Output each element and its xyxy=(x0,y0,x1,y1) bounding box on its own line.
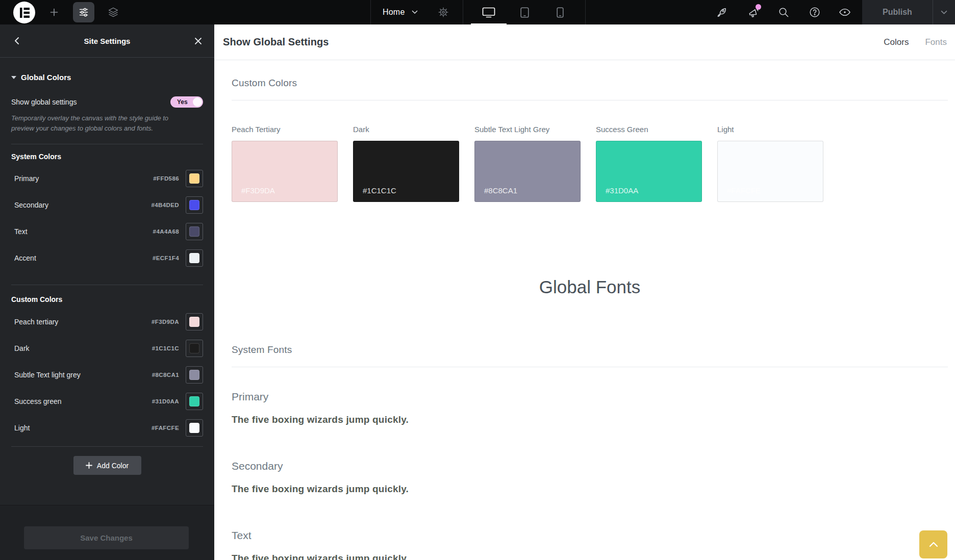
device-mobile-button[interactable] xyxy=(556,0,564,24)
color-name: Secondary xyxy=(14,201,48,209)
color-swatch-button[interactable] xyxy=(186,223,203,240)
color-card-hex: #F3D9DA xyxy=(241,186,275,195)
color-card-swatch: #8C8CA1 xyxy=(474,141,581,202)
color-swatch-button[interactable] xyxy=(186,313,203,330)
back-button[interactable] xyxy=(10,37,22,45)
gear-icon xyxy=(438,7,448,17)
chevron-down-icon xyxy=(412,10,418,14)
color-swatch-button[interactable] xyxy=(186,196,203,214)
device-desktop-button[interactable] xyxy=(482,0,496,24)
color-swatch-button[interactable] xyxy=(186,249,203,267)
color-card-label: Subtle Text Light Grey xyxy=(474,125,581,134)
global-colors-section-header[interactable]: Global Colors xyxy=(11,73,203,82)
toolbar-divider xyxy=(585,0,586,24)
publish-button[interactable]: Publish xyxy=(862,0,933,24)
top-toolbar: Home xyxy=(0,0,955,24)
chevron-up-icon xyxy=(929,542,938,547)
structure-button[interactable] xyxy=(105,0,122,24)
chevron-down-icon xyxy=(941,10,947,15)
style-guide-title: Show Global Settings xyxy=(223,36,329,48)
color-hex-value: #1C1C1C xyxy=(152,345,179,351)
color-swatch-button[interactable] xyxy=(186,170,203,187)
color-card-label: Success Green xyxy=(596,125,702,134)
page-settings-button[interactable] xyxy=(437,0,450,24)
color-row: Dark #1C1C1C xyxy=(11,335,203,362)
elementor-logo[interactable] xyxy=(13,2,35,23)
whats-new-button[interactable] xyxy=(746,0,760,24)
rocket-icon xyxy=(716,7,727,18)
search-icon xyxy=(778,7,789,18)
font-sample-text: The five boxing wizards jump quickly. xyxy=(232,553,948,560)
color-name: Accent xyxy=(14,254,36,262)
color-chip xyxy=(189,370,199,380)
launchpad-button[interactable] xyxy=(716,0,728,24)
system-colors-list: Primary #FFD586 Secondary #4B4DED xyxy=(11,165,203,271)
toggle-value: Yes xyxy=(177,98,188,106)
color-card-label: Peach Tertiary xyxy=(232,125,338,134)
plus-icon xyxy=(49,8,59,17)
add-element-button[interactable] xyxy=(46,0,62,24)
color-chip xyxy=(189,226,199,237)
color-name: Primary xyxy=(14,174,39,183)
help-icon xyxy=(809,7,820,18)
color-card: Success Green #31D0AA xyxy=(596,125,702,202)
color-card-swatch: #FAFCFE xyxy=(717,141,823,202)
publish-options-button[interactable] xyxy=(933,0,955,24)
chevron-left-icon xyxy=(14,37,19,45)
show-global-settings-toggle[interactable]: Yes xyxy=(170,96,203,108)
sliders-icon xyxy=(79,7,89,17)
font-sample-label: Text xyxy=(232,529,948,542)
nav-fonts-link[interactable]: Fonts xyxy=(925,37,947,47)
nav-colors-link[interactable]: Colors xyxy=(884,37,909,47)
site-settings-panel: Site Settings Global Colors Show global … xyxy=(0,24,214,560)
system-colors-title: System Colors xyxy=(11,152,203,161)
section-rule xyxy=(232,367,948,367)
color-hex-value: #FFD586 xyxy=(153,175,179,182)
color-chip xyxy=(189,317,199,327)
publish-zone: Publish xyxy=(862,0,955,24)
add-color-button[interactable]: Add Color xyxy=(73,456,141,475)
color-row: Primary #FFD586 xyxy=(11,165,203,192)
color-card: Light #FAFCFE xyxy=(717,125,823,202)
close-button[interactable] xyxy=(192,37,204,45)
custom-colors-heading: Custom Colors xyxy=(232,78,948,89)
eye-icon xyxy=(839,7,851,17)
system-fonts-heading: System Fonts xyxy=(232,344,948,355)
close-icon xyxy=(194,37,202,45)
color-name: Peach tertiary xyxy=(14,318,58,326)
color-row: Subtle Text light grey #8C8CA1 xyxy=(11,362,203,388)
color-name: Text xyxy=(14,227,28,236)
toggle-knob xyxy=(193,97,202,107)
color-row: Peach tertiary #F3D9DA xyxy=(11,309,203,335)
color-swatch-button[interactable] xyxy=(186,419,203,437)
color-card: Peach Tertiary #F3D9DA xyxy=(232,125,338,202)
color-hex-value: #4B4DED xyxy=(151,202,179,208)
custom-colors-list: Peach tertiary #F3D9DA Dark #1C1C1C xyxy=(11,309,203,441)
page-name: Home xyxy=(383,8,405,17)
finder-search-button[interactable] xyxy=(777,0,790,24)
color-swatch-button[interactable] xyxy=(186,340,203,357)
divider xyxy=(11,446,203,447)
font-sample: Secondary The five boxing wizards jump q… xyxy=(232,460,948,495)
save-changes-button[interactable]: Save Changes xyxy=(24,526,189,549)
device-tablet-button[interactable] xyxy=(519,0,530,24)
color-card-label: Light xyxy=(717,125,823,134)
scroll-to-top-button[interactable] xyxy=(919,530,947,558)
preview-button[interactable] xyxy=(838,0,851,24)
color-card-hex: #1C1C1C xyxy=(363,186,396,195)
color-hex-value: #4A4A68 xyxy=(153,228,179,235)
color-chip xyxy=(189,173,199,184)
font-sample-text: The five boxing wizards jump quickly. xyxy=(232,414,948,425)
color-name: Dark xyxy=(14,344,30,352)
elementor-editor: Home xyxy=(0,0,955,560)
site-settings-button[interactable] xyxy=(73,2,94,22)
caret-down-icon xyxy=(11,76,16,79)
help-button[interactable] xyxy=(809,0,821,24)
color-chip xyxy=(189,253,199,263)
page-selector-dropdown[interactable]: Home xyxy=(383,0,418,24)
show-global-settings-row: Show global settings Yes xyxy=(11,96,203,108)
color-swatch-button[interactable] xyxy=(186,366,203,384)
color-swatch-button[interactable] xyxy=(186,393,203,410)
color-chip xyxy=(189,423,199,433)
color-name: Success green xyxy=(14,397,62,405)
